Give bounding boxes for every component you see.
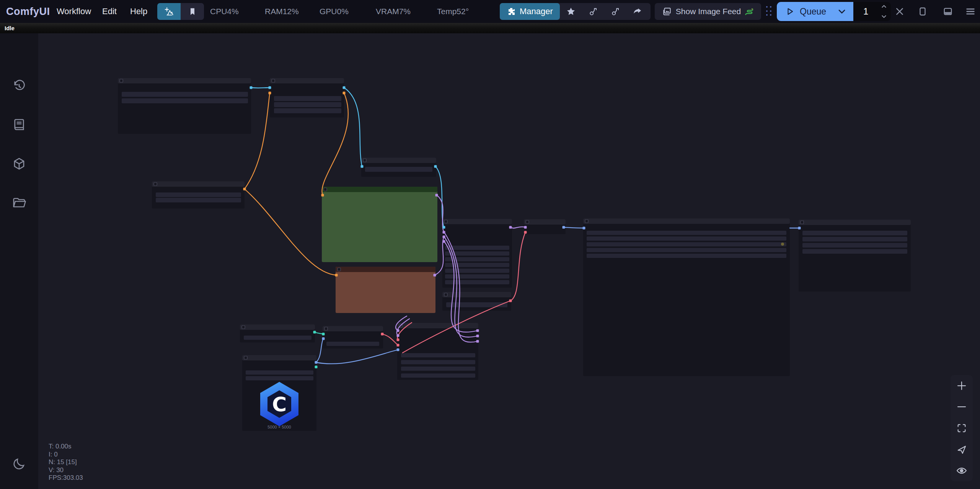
workflow-node[interactable] <box>442 219 512 288</box>
sidebar-item-model-library[interactable] <box>11 155 28 172</box>
node-title-bar[interactable] <box>442 219 512 224</box>
node-port[interactable] <box>397 334 400 337</box>
node-widget[interactable] <box>326 342 379 346</box>
node-widget[interactable] <box>445 269 509 273</box>
menu-edit[interactable]: Edit <box>102 7 117 16</box>
node-widget[interactable] <box>587 248 786 252</box>
node-link[interactable] <box>251 88 270 88</box>
node-body[interactable] <box>336 267 435 313</box>
node-port[interactable] <box>361 165 364 168</box>
interrupt-button[interactable] <box>892 4 907 19</box>
node-body[interactable] <box>583 218 790 376</box>
collapse-box[interactable] <box>324 188 327 191</box>
share-button[interactable] <box>626 3 649 20</box>
node-widget[interactable] <box>802 231 907 235</box>
queue-options-chevron-icon[interactable] <box>837 7 847 16</box>
node-title-bar[interactable] <box>240 324 315 330</box>
node-link[interactable] <box>564 227 584 228</box>
workflow-node[interactable] <box>118 78 251 134</box>
node-title-bar[interactable] <box>322 187 437 192</box>
node-widget[interactable] <box>244 336 311 340</box>
workflow-node[interactable] <box>270 78 344 117</box>
node-port[interactable] <box>397 329 400 332</box>
sidebar-item-queue-history[interactable] <box>11 78 28 95</box>
node-link[interactable] <box>510 227 525 228</box>
node-title-bar[interactable] <box>799 220 911 225</box>
node-widget[interactable] <box>365 167 432 172</box>
node-title-bar[interactable] <box>336 267 435 272</box>
node-port[interactable] <box>322 337 325 340</box>
workflow-node[interactable] <box>397 323 478 380</box>
toolbar-drag-handle[interactable] <box>766 6 771 17</box>
node-widget[interactable] <box>401 367 475 371</box>
toggle-link-visibility-button[interactable] <box>953 462 970 479</box>
node-port[interactable] <box>443 231 445 234</box>
node-widget[interactable] <box>445 246 509 250</box>
node-link[interactable] <box>510 232 525 301</box>
workflow-canvas[interactable]: C5000 × 5000 <box>0 0 980 489</box>
bottom-panel-button[interactable] <box>940 4 956 19</box>
node-widget[interactable] <box>156 198 241 202</box>
node-widget[interactable] <box>401 353 475 357</box>
node-port[interactable] <box>397 344 400 347</box>
batch-count-value[interactable]: 1 <box>863 6 868 17</box>
node-port[interactable] <box>524 226 527 229</box>
node-title-bar[interactable] <box>270 78 344 83</box>
node-port[interactable] <box>509 300 512 302</box>
show-image-feed-button[interactable]: Show Image Feed <box>655 3 761 20</box>
node-title-bar[interactable] <box>323 326 383 331</box>
node-port[interactable] <box>397 349 400 351</box>
node-port[interactable] <box>322 333 325 336</box>
node-port[interactable] <box>443 226 445 229</box>
node-title-bar[interactable] <box>361 158 436 163</box>
node-widget[interactable] <box>587 254 786 258</box>
collapse-box[interactable] <box>154 183 157 186</box>
node-widget[interactable] <box>587 242 786 246</box>
node-port[interactable] <box>315 361 318 364</box>
collapse-box[interactable] <box>801 221 804 224</box>
node-widget[interactable] <box>122 98 248 103</box>
workflow-node[interactable] <box>152 181 245 209</box>
node-title-bar[interactable] <box>152 181 245 187</box>
node-widget[interactable] <box>401 360 475 364</box>
node-port[interactable] <box>313 331 316 334</box>
node-widget[interactable] <box>401 373 475 378</box>
node-widget[interactable] <box>445 274 509 279</box>
zoom-out-button[interactable] <box>953 398 970 415</box>
collapse-box[interactable] <box>120 79 123 82</box>
workflow-node[interactable] <box>524 219 566 234</box>
collapse-box[interactable] <box>242 326 245 329</box>
collapse-box[interactable] <box>324 327 328 330</box>
node-title-bar[interactable] <box>242 355 316 360</box>
node-port[interactable] <box>509 226 512 229</box>
node-port[interactable] <box>434 274 436 277</box>
workflow-node[interactable] <box>323 326 383 349</box>
graph-view-toggle[interactable] <box>157 3 181 20</box>
fit-view-button[interactable] <box>953 420 970 437</box>
navigate-button[interactable] <box>953 441 970 458</box>
node-port[interactable] <box>343 86 346 89</box>
bookmark-toggle[interactable] <box>181 3 204 20</box>
node-port[interactable] <box>321 194 324 197</box>
main-menu-button[interactable] <box>963 4 978 19</box>
vacuum-button-1[interactable] <box>582 3 604 20</box>
node-port[interactable] <box>397 339 400 341</box>
node-link[interactable] <box>316 339 323 362</box>
batch-count-input[interactable]: 1 <box>853 2 891 21</box>
node-port[interactable] <box>381 333 384 336</box>
node-port[interactable] <box>476 340 479 343</box>
workflow-node[interactable] <box>322 187 437 262</box>
node-port[interactable] <box>243 188 246 191</box>
batch-count-stepper[interactable] <box>881 3 887 20</box>
sidebar-panel-button[interactable] <box>915 4 930 19</box>
node-port[interactable] <box>435 194 438 197</box>
node-body[interactable] <box>799 220 911 292</box>
node-port[interactable] <box>443 240 445 243</box>
node-widget[interactable] <box>587 236 786 241</box>
node-widget[interactable] <box>274 96 341 101</box>
node-port[interactable] <box>476 335 479 337</box>
node-widget[interactable] <box>802 243 907 248</box>
vacuum-button-2[interactable] <box>604 3 626 20</box>
workflow-node[interactable] <box>583 218 790 376</box>
node-body[interactable] <box>118 78 251 134</box>
